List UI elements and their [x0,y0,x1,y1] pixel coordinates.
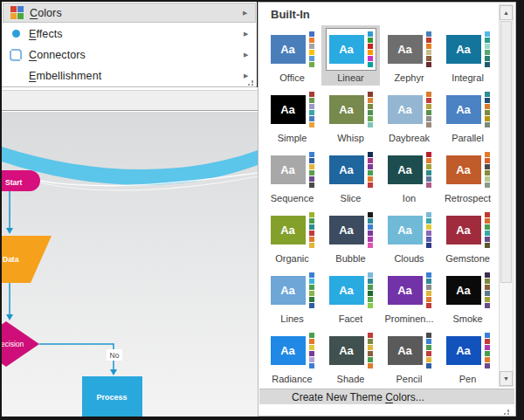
theme-clouds[interactable]: Aa Clouds [380,206,438,266]
effects-circle-icon [12,30,20,38]
swatch [485,224,490,230]
theme-linear[interactable]: Aa Linear [321,25,380,86]
theme-tile-text: Aa [456,224,471,237]
swatch [485,272,490,278]
scroll-up-button[interactable]: ▲ [500,5,513,20]
theme-swatch-strip [426,31,431,67]
connectors-icon [3,49,29,61]
theme-smoke[interactable]: Aa Smoke [438,266,497,327]
theme-zephyr[interactable]: Aa Zephyr [380,25,438,86]
theme-shade[interactable]: Aa Shade [321,327,380,387]
theme-preview-block: Aa [267,148,318,191]
theme-preview-tile: Aa [388,276,423,305]
swatch [426,218,431,224]
swatch [485,152,490,157]
theme-parallel[interactable]: Aa Parallel [438,86,497,146]
theme-preview-tile: Aa [388,336,423,365]
theme-label: Pen [459,374,477,384]
menu-item-effects[interactable]: Effects ▶ [3,24,256,44]
theme-preview-block: Aa [443,269,493,312]
theme-prominen[interactable]: Aa Prominen... [380,266,438,327]
create-new-theme-colors-item[interactable]: Create New Theme Colors... [259,389,514,404]
theme-simple[interactable]: Aa Simple [263,86,321,146]
menu-item-embellishment[interactable]: Embellishment ▶ [3,65,256,86]
swatch [309,176,314,182]
swatch [368,50,373,55]
theme-sequence[interactable]: Aa Sequence [263,146,321,206]
swatch [485,231,490,236]
theme-swatch-strip [426,152,431,188]
swatch [485,110,490,115]
swatch [368,31,373,37]
swatch [426,31,431,37]
theme-preview-block: Aa [267,269,318,312]
swatch [309,357,314,362]
drawing-canvas[interactable]: Start Data Decision No Process [2,87,258,417]
swatch [309,98,314,103]
theme-office[interactable]: Aa Office [263,25,321,86]
theme-integral[interactable]: Aa Integral [438,25,497,86]
theme-swatch-strip [309,92,314,127]
gallery-scrollbar[interactable]: ▲ ▼ [499,4,514,387]
swatch [309,363,314,368]
theme-swatch-strip [485,212,490,248]
swatch [309,158,314,163]
swatch [309,182,314,188]
theme-organic[interactable]: Aa Organic [263,206,321,266]
swatch [309,164,314,169]
theme-label: Lines [280,313,303,324]
swatch [309,339,314,344]
color-quadrant [10,13,17,19]
swatch [368,62,373,67]
swatch [426,98,431,103]
theme-preview-block: Aa [384,88,435,131]
swatch [368,164,373,169]
theme-preview-tile: Aa [329,95,364,124]
theme-whisp[interactable]: Aa Whisp [321,86,380,146]
menu-resize-grip[interactable] [252,81,253,83]
theme-swatch-strip [485,31,490,67]
theme-tile-text: Aa [397,224,412,237]
theme-radiance[interactable]: Aa Radiance [263,327,321,387]
theme-pencil[interactable]: Aa Pencil [380,327,438,387]
theme-swatch-strip [309,152,314,188]
theme-slice[interactable]: Aa Slice [321,146,380,206]
menu-item-connectors[interactable]: Connectors ▶ [3,45,256,65]
theme-lines[interactable]: Aa Lines [263,266,321,327]
theme-preview-block: Aa [443,28,493,71]
theme-preview-block: Aa [443,88,493,131]
swatch [485,218,490,224]
menu-item-colors[interactable]: Colors ▶ [3,3,256,23]
connector-decision-process[interactable] [39,344,114,369]
swatch [309,224,314,230]
scroll-down-button[interactable]: ▼ [500,371,513,386]
swatch [368,231,373,236]
color-quadrant [10,6,17,12]
theme-gemstone[interactable]: Aa Gemstone [438,206,497,266]
theme-facet[interactable]: Aa Facet [321,266,380,327]
theme-preview-tile: Aa [271,155,306,184]
theme-preview-block: Aa [326,148,376,191]
theme-ion[interactable]: Aa Ion [380,146,438,206]
theme-label: Retrospect [445,193,491,203]
swatch [485,122,490,127]
theme-preview-tile: Aa [446,336,481,365]
theme-preview-tile: Aa [446,95,481,124]
theme-swatch-strip [368,152,373,188]
theme-daybreak[interactable]: Aa Daybreak [380,86,438,146]
gallery-resize-grip[interactable] [507,410,509,412]
theme-swatch-strip [368,31,373,67]
theme-bubble[interactable]: Aa Bubble [321,206,380,266]
swatch [309,285,314,290]
theme-preview-block: Aa [267,209,318,251]
arrowhead-3 [110,369,117,375]
theme-pen[interactable]: Aa Pen [438,327,497,387]
swatch [368,363,373,368]
scroll-thumb[interactable] [500,21,512,283]
color-quadrant [17,6,24,12]
theme-retrospect[interactable]: Aa Retrospect [438,146,497,206]
theme-preview-block: Aa [326,88,376,131]
swatch [309,152,314,157]
swatch [426,345,431,350]
swatch [426,110,431,115]
